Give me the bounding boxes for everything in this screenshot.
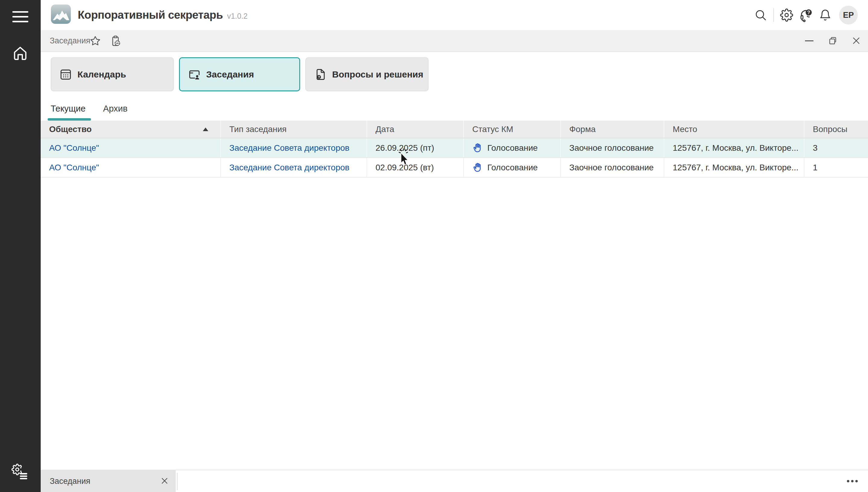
column-header-questions[interactable]: Вопросы [805,121,868,138]
toolbar-title: Заседания [50,30,91,51]
subtabs: Текущие Архив [51,102,127,121]
cell-meeting-type-link[interactable]: Заседание Совета директоров [221,139,367,157]
hamburger-menu-icon[interactable] [12,11,28,24]
cell-form: Заочное голосование [561,158,664,177]
column-header-place[interactable]: Место [664,121,805,138]
cell-status: Голосование [464,158,561,177]
taskbar-tab-close-button[interactable] [160,476,169,485]
restore-icon [828,36,837,45]
tab-questions[interactable]: ? Вопросы и решения [305,57,429,91]
cell-questions: 1 [805,158,868,177]
search-icon [755,9,767,21]
restore-button[interactable] [821,30,844,51]
voting-hand-icon [472,142,483,153]
avatar-initials: EP [843,10,854,20]
column-header-date[interactable]: Дата [367,121,464,138]
table-header: Общество Тип заседания Дата Статус КМ Фо… [41,121,868,139]
subtab-current[interactable]: Текущие [51,102,85,121]
search-button[interactable] [751,5,770,25]
cell-date: 26.09.2025 (пт) [367,139,464,157]
meetings-table: Общество Тип заседания Дата Статус КМ Фо… [41,121,868,177]
nav-tabs: Календарь Заседания ? [0,57,868,91]
taskbar-tab-meetings[interactable]: Заседания [41,470,176,492]
gear-list-icon [11,464,29,481]
voting-hand-icon [472,162,483,173]
tab-calendar-label: Календарь [77,69,126,80]
notifications-button[interactable] [816,5,835,25]
gear-icon [780,8,793,22]
app-title: Корпоративный секретарь [78,9,223,21]
clipboard-copy-icon [110,35,122,47]
close-button[interactable] [844,30,868,51]
sort-ascending-icon [203,127,208,131]
cell-questions: 3 [805,139,868,157]
tab-meetings[interactable]: Заседания [179,57,300,91]
toolbar: Заседания [41,30,868,52]
table-row[interactable]: АО "Солнце" Заседание Совета директоров … [41,139,868,158]
tab-questions-label: Вопросы и решения [332,69,424,80]
column-header-form[interactable]: Форма [561,121,664,138]
taskbar-divider [177,473,178,490]
column-header-meeting-type[interactable]: Тип заседания [221,121,367,138]
tab-calendar[interactable]: Календарь [51,57,174,91]
more-button[interactable] [847,480,858,482]
meeting-card-icon [188,68,201,81]
cell-company-link[interactable]: АО "Солнце" [41,158,221,177]
tab-meetings-label: Заседания [206,69,254,80]
cell-place: 125767, г. Москва, ул. Викторе... [664,139,805,157]
ellipsis-icon [847,480,849,482]
favorite-button[interactable] [89,35,102,47]
cell-company-link[interactable]: АО "Солнце" [41,139,221,157]
cell-meeting-type-link[interactable]: Заседание Совета директоров [221,158,367,177]
bottom-taskbar: Заседания [41,470,868,492]
headset-help-icon: ? [799,8,813,22]
app-version: v1.0.2 [227,12,248,21]
cell-status-label: Голосование [487,163,538,172]
admin-settings-button[interactable] [11,464,29,481]
window-controls [797,30,868,51]
copy-link-button[interactable] [109,35,122,47]
settings-button[interactable] [777,5,796,25]
svg-text:?: ? [807,10,810,15]
taskbar-tab-label: Заседания [50,476,91,486]
avatar[interactable]: EP [839,6,858,24]
header-divider [773,8,774,22]
support-button[interactable]: ? [796,5,816,25]
minimize-icon [805,41,813,41]
cell-date: 02.09.2025 (вт) [367,158,464,177]
mountain-icon [53,10,69,20]
subtab-archive[interactable]: Архив [103,102,127,121]
table-row[interactable]: АО "Солнце" Заседание Совета директоров … [41,158,868,177]
document-question-icon: ? [314,68,327,81]
app-window: Корпоративный секретарь v1.0.2 [0,0,868,492]
close-icon [160,476,169,485]
cell-status-label: Голосование [487,143,538,153]
app-logo [51,4,71,24]
bell-icon [819,9,832,21]
column-header-company[interactable]: Общество [41,121,221,138]
svg-text:?: ? [318,75,320,79]
app-header: Корпоративный секретарь v1.0.2 [41,0,868,30]
calendar-icon [59,68,72,81]
close-icon [852,36,861,45]
column-header-status[interactable]: Статус КМ [464,121,561,138]
cell-place: 125767, г. Москва, ул. Викторе... [664,158,805,177]
cell-form: Заочное голосование [561,139,664,157]
minimize-button[interactable] [797,30,821,51]
star-icon [90,35,101,47]
cell-status: Голосование [464,139,561,157]
